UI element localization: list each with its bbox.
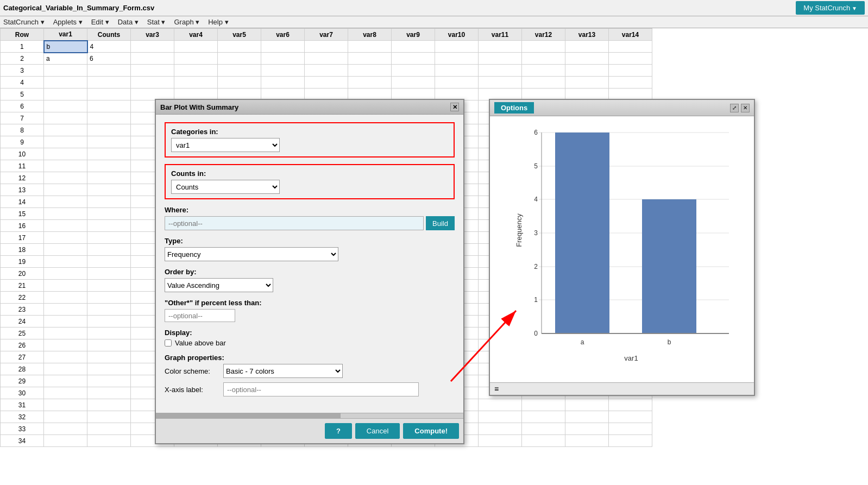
where-input[interactable]: [165, 216, 424, 230]
cell-empty[interactable]: [392, 65, 435, 77]
cell-empty[interactable]: [609, 411, 652, 423]
cell-empty[interactable]: [435, 41, 479, 53]
cell-counts[interactable]: [87, 399, 131, 411]
cell-empty[interactable]: [392, 41, 435, 53]
cell-empty[interactable]: [609, 53, 652, 65]
cell-empty[interactable]: [522, 423, 565, 435]
cell-counts[interactable]: [87, 148, 131, 160]
cell-var1[interactable]: [44, 220, 87, 232]
cell-empty[interactable]: [522, 435, 565, 447]
options-expand-button[interactable]: ⤢: [730, 104, 739, 112]
cell-empty[interactable]: [435, 53, 479, 65]
cell-counts[interactable]: [87, 351, 131, 363]
cell-var1[interactable]: [44, 100, 87, 112]
cell-var1[interactable]: [44, 208, 87, 220]
cell-empty[interactable]: [261, 41, 305, 53]
cell-empty[interactable]: [305, 65, 348, 77]
cell-var1[interactable]: [44, 435, 87, 447]
cancel-button[interactable]: Cancel: [355, 423, 400, 439]
cell-var1[interactable]: b: [44, 41, 87, 53]
cell-empty[interactable]: [565, 65, 609, 77]
cell-counts[interactable]: [87, 327, 131, 339]
cell-counts[interactable]: [87, 387, 131, 399]
cell-counts[interactable]: [87, 160, 131, 172]
cell-counts[interactable]: [87, 304, 131, 316]
cell-counts[interactable]: [87, 112, 131, 124]
cell-var1[interactable]: [44, 124, 87, 136]
cell-counts[interactable]: [87, 196, 131, 208]
cell-var1[interactable]: [44, 375, 87, 387]
cell-empty[interactable]: [565, 41, 609, 53]
orderby-select[interactable]: Value Ascending: [165, 278, 273, 292]
cell-counts[interactable]: [87, 184, 131, 196]
cell-empty[interactable]: [522, 41, 565, 53]
cell-empty[interactable]: [565, 423, 609, 435]
cell-var1[interactable]: [44, 136, 87, 148]
cell-empty[interactable]: [522, 411, 565, 423]
cell-var1[interactable]: [44, 65, 87, 77]
cell-empty[interactable]: [305, 53, 348, 65]
cell-counts[interactable]: [87, 411, 131, 423]
menu-statcrunch[interactable]: StatCrunch ▾: [3, 18, 45, 26]
options-close-button[interactable]: ✕: [741, 104, 750, 112]
cell-empty[interactable]: [565, 399, 609, 411]
cell-empty[interactable]: [348, 41, 392, 53]
cell-var1[interactable]: [44, 77, 87, 89]
my-statcrunch-button[interactable]: My StatCrunch: [796, 1, 865, 15]
cell-var1[interactable]: [44, 172, 87, 184]
cell-counts[interactable]: [87, 256, 131, 268]
cell-counts[interactable]: [87, 136, 131, 148]
cell-var1[interactable]: [44, 351, 87, 363]
cell-empty[interactable]: [174, 77, 218, 89]
cell-var1[interactable]: [44, 112, 87, 124]
categories-select[interactable]: var1: [171, 138, 280, 152]
cell-empty[interactable]: [218, 53, 261, 65]
compute-button[interactable]: Compute!: [403, 423, 459, 439]
other-input[interactable]: [165, 309, 235, 322]
xaxis-label-input[interactable]: [223, 382, 419, 396]
chart-menu-icon[interactable]: ≡: [494, 385, 499, 393]
cell-empty[interactable]: [522, 77, 565, 89]
cell-empty[interactable]: [479, 399, 522, 411]
counts-select[interactable]: Counts: [171, 180, 280, 194]
cell-empty[interactable]: [435, 77, 479, 89]
cell-counts[interactable]: [87, 208, 131, 220]
cell-empty[interactable]: [479, 65, 522, 77]
cell-empty[interactable]: [565, 77, 609, 89]
cell-empty[interactable]: [479, 435, 522, 447]
cell-counts[interactable]: [87, 316, 131, 327]
cell-counts[interactable]: [87, 220, 131, 232]
cell-counts[interactable]: [87, 244, 131, 256]
menu-help[interactable]: Help ▾: [208, 18, 228, 26]
cell-var1[interactable]: [44, 89, 87, 100]
cell-empty[interactable]: [435, 65, 479, 77]
menu-applets[interactable]: Applets ▾: [53, 18, 83, 26]
cell-var1[interactable]: [44, 184, 87, 196]
menu-edit[interactable]: Edit ▾: [91, 18, 109, 26]
cell-empty[interactable]: [479, 77, 522, 89]
cell-var1[interactable]: [44, 160, 87, 172]
cell-empty[interactable]: [174, 53, 218, 65]
cell-empty[interactable]: [479, 411, 522, 423]
cell-var1[interactable]: [44, 304, 87, 316]
cell-counts[interactable]: 4: [87, 41, 131, 53]
cell-empty[interactable]: [565, 411, 609, 423]
cell-counts[interactable]: [87, 77, 131, 89]
cell-empty[interactable]: [305, 41, 348, 53]
dialog-scrollbar[interactable]: [156, 413, 463, 418]
cell-var1[interactable]: [44, 256, 87, 268]
cell-empty[interactable]: [174, 65, 218, 77]
cell-counts[interactable]: [87, 89, 131, 100]
cell-counts[interactable]: [87, 268, 131, 280]
cell-empty[interactable]: [565, 53, 609, 65]
cell-empty[interactable]: [218, 41, 261, 53]
cell-counts[interactable]: [87, 339, 131, 351]
dialog-close-button[interactable]: ✕: [450, 103, 459, 111]
cell-counts[interactable]: [87, 172, 131, 184]
cell-empty[interactable]: [131, 77, 174, 89]
cell-var1[interactable]: [44, 244, 87, 256]
cell-empty[interactable]: [522, 399, 565, 411]
options-tab[interactable]: Options: [494, 102, 534, 114]
cell-empty[interactable]: [479, 41, 522, 53]
cell-counts[interactable]: [87, 65, 131, 77]
